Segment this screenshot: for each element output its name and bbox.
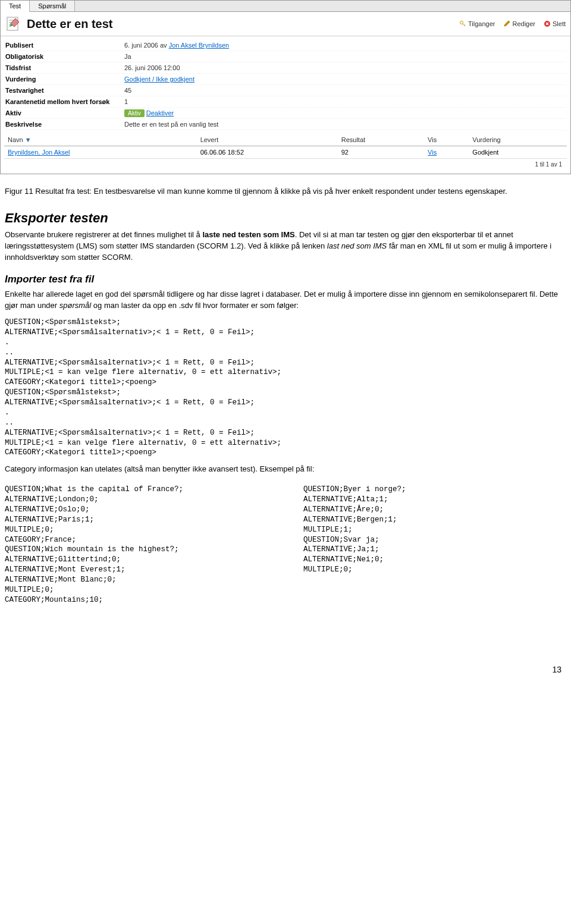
col-vis[interactable]: Vis: [424, 134, 469, 146]
prop-obligatorisk: Obligatorisk Ja: [5, 51, 566, 62]
col-levert[interactable]: Levert: [197, 134, 338, 146]
document-body: Figur 11 Resultat fra test: En testbesva…: [0, 174, 571, 629]
eksporter-paragraph: Observante brukere registrerer at det fi…: [5, 230, 566, 263]
prop-label: Testvarighet: [5, 87, 124, 94]
tab-sporsmal[interactable]: Spørsmål: [30, 1, 75, 11]
tilganger-link[interactable]: Tilganger: [459, 20, 495, 27]
key-icon: [459, 20, 466, 27]
slett-link[interactable]: Slett: [544, 20, 566, 27]
cell-resultat: 92: [338, 146, 424, 159]
prop-label: Aktiv: [5, 109, 124, 117]
header-actions: Tilganger Rediger Slett: [459, 20, 566, 27]
prop-label: Obligatorisk: [5, 53, 124, 60]
prop-beskrivelse: Beskrivelse Dette er en test på en vanli…: [5, 119, 566, 130]
test-admin-panel: Test Spørsmål Dette er en test Tilganger: [0, 0, 571, 174]
table-row: Brynildsen, Jon Aksel 06.06.06 18:52 92 …: [4, 146, 567, 159]
prop-value: Ja: [124, 53, 131, 60]
slett-label: Slett: [553, 20, 566, 27]
importer-paragraph: Enkelte har allerede laget en god del sp…: [5, 289, 566, 312]
page-number: 13: [0, 629, 571, 684]
prop-testvarighet: Testvarighet 45: [5, 85, 566, 96]
prop-value: 26. juni 2006 12:00: [124, 64, 180, 71]
prop-value: 1: [124, 98, 128, 105]
heading-importer: Importer test fra fil: [5, 274, 566, 285]
svg-point-1: [460, 21, 463, 24]
deaktiver-link[interactable]: Deaktiver: [146, 109, 174, 117]
tilganger-label: Tilganger: [468, 20, 495, 27]
table-header-row: Navn ▼ Levert Resultat Vis Vurdering: [4, 134, 567, 146]
property-list: Publisert 6. juni 2006 av Jon Aksel Bryn…: [1, 36, 570, 134]
cell-levert: 06.06.06 18:52: [197, 146, 338, 159]
delete-icon: [544, 20, 551, 27]
prop-value: Aktiv Deaktiver: [124, 109, 174, 117]
format-spec-block: QUESTION;<Spørsmålstekst>; ALTERNATIVE;<…: [5, 318, 566, 458]
prop-vurdering: Vurdering Godkjent / Ikke godkjent: [5, 74, 566, 85]
header-row: Dette er en test Tilganger Rediger Slett: [1, 12, 570, 36]
category-note: Category informasjon kan utelates (altså…: [5, 464, 566, 475]
results-table: Navn ▼ Levert Resultat Vis Vurdering Bry…: [4, 134, 567, 159]
page-title: Dette er en test: [27, 17, 459, 31]
prop-label: Karantenetid mellom hvert forsøk: [5, 98, 124, 105]
tab-bar: Test Spørsmål: [1, 1, 570, 12]
figure-caption: Figur 11 Resultat fra test: En testbesva…: [5, 186, 566, 197]
active-badge: Aktiv: [124, 109, 145, 117]
col-vurdering[interactable]: Vurdering: [469, 134, 567, 146]
example-columns: QUESTION;What is the capital of France?;…: [5, 479, 566, 611]
rediger-link[interactable]: Rediger: [503, 20, 535, 27]
publisert-author-link[interactable]: Jon Aksel Brynildsen: [169, 42, 230, 49]
prop-label: Beskrivelse: [5, 121, 124, 128]
col-navn[interactable]: Navn ▼: [4, 134, 197, 146]
prop-value: Godkjent / Ikke godkjent: [124, 76, 194, 83]
prop-label: Tidsfrist: [5, 64, 124, 71]
prop-publisert: Publisert 6. juni 2006 av Jon Aksel Bryn…: [5, 40, 566, 51]
heading-eksporter: Eksporter testen: [5, 210, 566, 226]
pagination-text: 1 til 1 av 1: [4, 159, 567, 170]
prop-label: Publisert: [5, 42, 124, 49]
rediger-label: Rediger: [512, 20, 535, 27]
prop-tidsfrist: Tidsfrist 26. juni 2006 12:00: [5, 62, 566, 74]
prop-label: Vurdering: [5, 76, 124, 83]
results-table-wrap: Navn ▼ Levert Resultat Vis Vurdering Bry…: [1, 134, 570, 174]
prop-karantene: Karantenetid mellom hvert forsøk 1: [5, 96, 566, 108]
vis-link[interactable]: Vis: [428, 149, 437, 156]
sort-down-icon: ▼: [25, 136, 32, 143]
col-resultat[interactable]: Resultat: [338, 134, 424, 146]
test-icon: [5, 15, 22, 32]
publisert-date: 6. juni 2006 av: [124, 42, 169, 49]
respondent-link[interactable]: Brynildsen, Jon Aksel: [8, 149, 70, 156]
vurdering-link[interactable]: Godkjent / Ikke godkjent: [124, 76, 194, 83]
pencil-icon: [503, 20, 510, 27]
example-left: QUESTION;What is the capital of France?;…: [5, 485, 268, 605]
prop-value: 6. juni 2006 av Jon Aksel Brynildsen: [124, 42, 229, 49]
example-right: QUESTION;Byer i norge?; ALTERNATIVE;Alta…: [303, 485, 566, 605]
tab-test[interactable]: Test: [1, 1, 30, 12]
prop-aktiv: Aktiv Aktiv Deaktiver: [5, 108, 566, 119]
cell-vurdering: Godkjent: [469, 146, 567, 159]
prop-value: 45: [124, 87, 131, 94]
prop-value: Dette er en test på en vanlig test: [124, 121, 218, 128]
